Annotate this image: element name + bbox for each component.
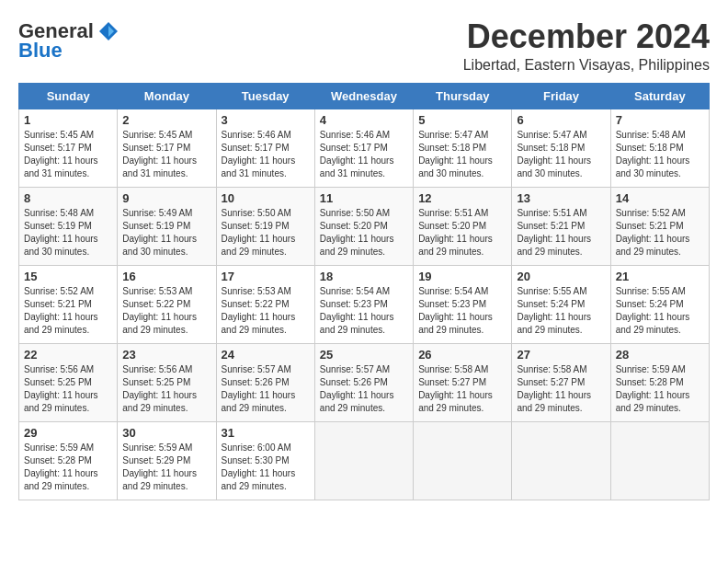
day-detail: Sunrise: 5:59 AMSunset: 5:29 PMDaylight:…: [122, 442, 210, 493]
calendar-cell: 19 Sunrise: 5:54 AMSunset: 5:23 PMDaylig…: [414, 265, 512, 343]
day-number: 7: [616, 113, 704, 127]
day-header-monday: Monday: [118, 83, 216, 109]
calendar-cell: 26 Sunrise: 5:58 AMSunset: 5:27 PMDaylig…: [414, 343, 512, 421]
day-number: 2: [122, 113, 210, 127]
calendar-cell: 3 Sunrise: 5:46 AMSunset: 5:17 PMDayligh…: [216, 109, 314, 187]
day-number: 13: [517, 191, 605, 205]
calendar-cell: [610, 421, 709, 500]
header-row: SundayMondayTuesdayWednesdayThursdayFrid…: [19, 83, 710, 109]
calendar-cell: 31 Sunrise: 6:00 AMSunset: 5:30 PMDaylig…: [216, 421, 314, 500]
day-detail: Sunrise: 5:56 AMSunset: 5:25 PMDaylight:…: [122, 363, 210, 415]
calendar-cell: 25 Sunrise: 5:57 AMSunset: 5:26 PMDaylig…: [314, 343, 413, 421]
calendar-cell: [314, 421, 413, 500]
day-detail: Sunrise: 5:45 AMSunset: 5:17 PMDaylight:…: [122, 129, 210, 180]
day-detail: Sunrise: 5:54 AMSunset: 5:23 PMDaylight:…: [320, 285, 408, 337]
day-detail: Sunrise: 5:48 AMSunset: 5:19 PMDaylight:…: [24, 207, 112, 259]
day-number: 27: [517, 348, 605, 362]
calendar-cell: 29 Sunrise: 5:59 AMSunset: 5:28 PMDaylig…: [19, 421, 118, 500]
calendar-cell: 30 Sunrise: 5:59 AMSunset: 5:29 PMDaylig…: [118, 421, 216, 500]
calendar-cell: 28 Sunrise: 5:59 AMSunset: 5:28 PMDaylig…: [610, 343, 709, 421]
day-detail: Sunrise: 5:51 AMSunset: 5:21 PMDaylight:…: [517, 207, 605, 259]
calendar-cell: 14 Sunrise: 5:52 AMSunset: 5:21 PMDaylig…: [610, 187, 709, 265]
day-detail: Sunrise: 5:53 AMSunset: 5:22 PMDaylight:…: [222, 285, 310, 337]
day-detail: Sunrise: 5:59 AMSunset: 5:28 PMDaylight:…: [616, 363, 704, 415]
day-header-friday: Friday: [512, 83, 610, 109]
day-detail: Sunrise: 5:52 AMSunset: 5:21 PMDaylight:…: [616, 207, 704, 259]
day-number: 30: [122, 426, 210, 440]
calendar-cell: [414, 421, 512, 500]
day-detail: Sunrise: 5:46 AMSunset: 5:17 PMDaylight:…: [222, 129, 310, 180]
day-number: 9: [122, 191, 210, 205]
day-number: 12: [418, 191, 506, 205]
day-number: 3: [222, 113, 310, 127]
day-number: 14: [616, 191, 704, 205]
month-title: December 2024: [463, 18, 710, 55]
day-detail: Sunrise: 5:58 AMSunset: 5:27 PMDaylight:…: [418, 363, 506, 415]
calendar-cell: 2 Sunrise: 5:45 AMSunset: 5:17 PMDayligh…: [118, 109, 216, 187]
calendar-cell: 5 Sunrise: 5:47 AMSunset: 5:18 PMDayligh…: [414, 109, 512, 187]
day-detail: Sunrise: 6:00 AMSunset: 5:30 PMDaylight:…: [222, 442, 310, 493]
week-row: 1 Sunrise: 5:45 AMSunset: 5:17 PMDayligh…: [19, 109, 710, 187]
calendar-cell: 13 Sunrise: 5:51 AMSunset: 5:21 PMDaylig…: [512, 187, 610, 265]
location-title: Libertad, Eastern Visayas, Philippines: [463, 57, 710, 74]
calendar-cell: 6 Sunrise: 5:47 AMSunset: 5:18 PMDayligh…: [512, 109, 610, 187]
logo: General Blue: [18, 18, 121, 63]
calendar-cell: 9 Sunrise: 5:49 AMSunset: 5:19 PMDayligh…: [118, 187, 216, 265]
day-number: 15: [24, 270, 112, 283]
day-number: 17: [222, 270, 310, 283]
day-detail: Sunrise: 5:47 AMSunset: 5:18 PMDaylight:…: [517, 129, 605, 180]
day-header-sunday: Sunday: [19, 83, 118, 109]
day-detail: Sunrise: 5:54 AMSunset: 5:23 PMDaylight:…: [418, 285, 506, 337]
calendar-cell: 10 Sunrise: 5:50 AMSunset: 5:19 PMDaylig…: [216, 187, 314, 265]
day-header-tuesday: Tuesday: [216, 83, 314, 109]
calendar-cell: 4 Sunrise: 5:46 AMSunset: 5:17 PMDayligh…: [314, 109, 413, 187]
calendar-cell: 18 Sunrise: 5:54 AMSunset: 5:23 PMDaylig…: [314, 265, 413, 343]
day-detail: Sunrise: 5:50 AMSunset: 5:19 PMDaylight:…: [222, 207, 310, 259]
day-number: 20: [517, 270, 605, 283]
day-number: 5: [418, 113, 506, 127]
day-detail: Sunrise: 5:57 AMSunset: 5:26 PMDaylight:…: [320, 363, 408, 415]
calendar-cell: [512, 421, 610, 500]
calendar-cell: 23 Sunrise: 5:56 AMSunset: 5:25 PMDaylig…: [118, 343, 216, 421]
calendar-cell: 21 Sunrise: 5:55 AMSunset: 5:24 PMDaylig…: [610, 265, 709, 343]
week-row: 8 Sunrise: 5:48 AMSunset: 5:19 PMDayligh…: [19, 187, 710, 265]
title-area: December 2024 Libertad, Eastern Visayas,…: [463, 18, 710, 74]
day-header-thursday: Thursday: [414, 83, 512, 109]
logo-icon: [96, 18, 121, 44]
week-row: 29 Sunrise: 5:59 AMSunset: 5:28 PMDaylig…: [19, 421, 710, 500]
week-row: 15 Sunrise: 5:52 AMSunset: 5:21 PMDaylig…: [19, 265, 710, 343]
day-number: 11: [320, 191, 408, 205]
day-number: 8: [24, 191, 112, 205]
day-detail: Sunrise: 5:56 AMSunset: 5:25 PMDaylight:…: [24, 363, 112, 415]
logo-blue-text: Blue: [18, 39, 63, 63]
day-number: 19: [418, 270, 506, 283]
day-detail: Sunrise: 5:55 AMSunset: 5:24 PMDaylight:…: [517, 285, 605, 337]
day-header-wednesday: Wednesday: [314, 83, 413, 109]
calendar-cell: 20 Sunrise: 5:55 AMSunset: 5:24 PMDaylig…: [512, 265, 610, 343]
day-number: 26: [418, 348, 506, 362]
day-detail: Sunrise: 5:50 AMSunset: 5:20 PMDaylight:…: [320, 207, 408, 259]
header: General Blue December 2024 Libertad, Eas…: [18, 18, 710, 74]
calendar-table: SundayMondayTuesdayWednesdayThursdayFrid…: [18, 83, 710, 500]
day-number: 22: [24, 348, 112, 362]
day-number: 23: [122, 348, 210, 362]
calendar-cell: 17 Sunrise: 5:53 AMSunset: 5:22 PMDaylig…: [216, 265, 314, 343]
day-number: 31: [222, 426, 310, 440]
day-detail: Sunrise: 5:48 AMSunset: 5:18 PMDaylight:…: [616, 129, 704, 180]
day-detail: Sunrise: 5:55 AMSunset: 5:24 PMDaylight:…: [616, 285, 704, 337]
day-number: 24: [222, 348, 310, 362]
calendar-cell: 24 Sunrise: 5:57 AMSunset: 5:26 PMDaylig…: [216, 343, 314, 421]
calendar-cell: 22 Sunrise: 5:56 AMSunset: 5:25 PMDaylig…: [19, 343, 118, 421]
calendar-cell: 1 Sunrise: 5:45 AMSunset: 5:17 PMDayligh…: [19, 109, 118, 187]
week-row: 22 Sunrise: 5:56 AMSunset: 5:25 PMDaylig…: [19, 343, 710, 421]
calendar-cell: 27 Sunrise: 5:58 AMSunset: 5:27 PMDaylig…: [512, 343, 610, 421]
day-number: 25: [320, 348, 408, 362]
day-number: 4: [320, 113, 408, 127]
day-detail: Sunrise: 5:51 AMSunset: 5:20 PMDaylight:…: [418, 207, 506, 259]
day-number: 10: [222, 191, 310, 205]
day-number: 16: [122, 270, 210, 283]
calendar-cell: 12 Sunrise: 5:51 AMSunset: 5:20 PMDaylig…: [414, 187, 512, 265]
day-detail: Sunrise: 5:45 AMSunset: 5:17 PMDaylight:…: [24, 129, 112, 180]
day-number: 21: [616, 270, 704, 283]
day-header-saturday: Saturday: [610, 83, 709, 109]
